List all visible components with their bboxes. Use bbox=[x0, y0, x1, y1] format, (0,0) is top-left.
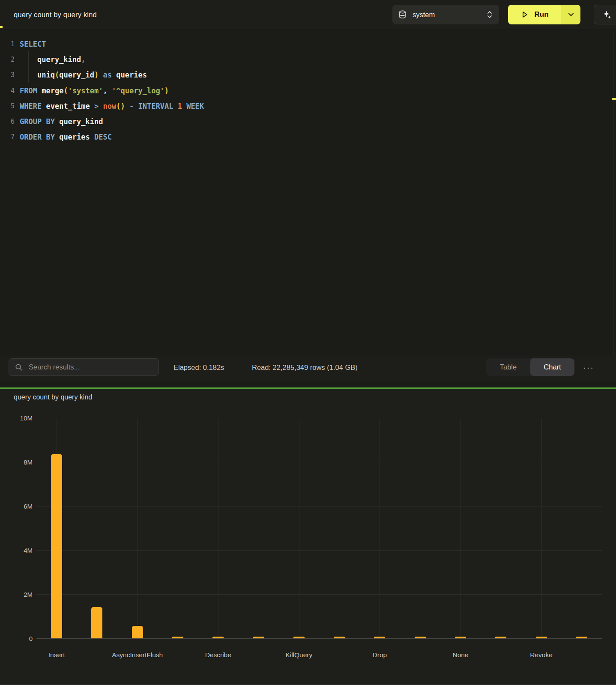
y-gridline bbox=[36, 638, 602, 639]
indent-guide bbox=[28, 51, 29, 83]
y-axis-tick-label: 6M bbox=[7, 503, 33, 510]
ai-assistant-button[interactable] bbox=[594, 5, 616, 24]
code-text: query_kind, bbox=[20, 55, 86, 64]
code-line[interactable]: 7ORDER BY queries DESC bbox=[0, 129, 616, 145]
code-line[interactable]: 6GROUP BY query_kind bbox=[0, 114, 616, 129]
code-text: GROUP BY query_kind bbox=[20, 117, 103, 126]
read-stat: Read: 22,285,349 rows (1.04 GB) bbox=[252, 357, 358, 378]
code-text: SELECT bbox=[20, 40, 46, 48]
line-number: 3 bbox=[0, 71, 20, 79]
bar-unlabeled[interactable] bbox=[415, 637, 426, 638]
y-axis-tick-label: 2M bbox=[7, 591, 33, 598]
line-number: 2 bbox=[0, 56, 20, 63]
bar-Describe[interactable] bbox=[212, 637, 224, 638]
y-axis-tick-label: 0 bbox=[7, 635, 33, 642]
bar-Revoke[interactable] bbox=[536, 637, 547, 638]
bar-unlabeled[interactable] bbox=[334, 637, 345, 638]
x-gridline bbox=[380, 418, 380, 638]
bar-AsyncInsertFlush[interactable] bbox=[132, 626, 143, 638]
bar-unlabeled[interactable] bbox=[576, 637, 587, 638]
view-toggle: Table Chart bbox=[486, 358, 574, 376]
x-gridline bbox=[218, 418, 218, 638]
play-icon bbox=[520, 10, 529, 19]
line-number: 7 bbox=[0, 133, 20, 141]
y-gridline bbox=[36, 506, 602, 506]
bar-unlabeled[interactable] bbox=[172, 637, 183, 638]
editor-tab-marker bbox=[0, 26, 3, 28]
code-text: WHERE event_time > now() - INTERVAL 1 WE… bbox=[20, 102, 204, 110]
chevron-updown-icon bbox=[486, 10, 493, 19]
bar-None[interactable] bbox=[455, 637, 466, 638]
x-gridline bbox=[138, 418, 138, 638]
results-toolbar: Elapsed: 0.182s Read: 22,285,349 rows (1… bbox=[0, 357, 616, 381]
more-options-button[interactable]: ··· bbox=[579, 357, 598, 378]
x-axis-label: None bbox=[452, 651, 468, 659]
x-gridline bbox=[541, 418, 542, 638]
query-title: query count by query kind bbox=[14, 0, 97, 29]
bar-KillQuery[interactable] bbox=[293, 637, 305, 638]
sparkle-icon bbox=[602, 10, 612, 19]
sql-console-window: query count by query kind system bbox=[0, 0, 616, 685]
x-gridline bbox=[461, 418, 461, 638]
editor-scrollbar-track[interactable] bbox=[613, 31, 613, 356]
run-options-button[interactable] bbox=[561, 5, 580, 24]
x-axis-label: AsyncInsertFlush bbox=[112, 651, 163, 659]
y-axis-tick-label: 4M bbox=[7, 547, 33, 554]
x-axis-label: Revoke bbox=[530, 651, 553, 659]
search-icon bbox=[15, 363, 23, 371]
run-button-label: Run bbox=[534, 10, 548, 19]
code-line[interactable]: 5WHERE event_time > now() - INTERVAL 1 W… bbox=[0, 98, 616, 114]
code-line[interactable]: 4FROM merge('system', '^query_log') bbox=[0, 83, 616, 98]
x-gridline bbox=[299, 418, 299, 638]
y-gridline bbox=[36, 418, 602, 418]
line-number: 4 bbox=[0, 87, 20, 95]
bar-unlabeled[interactable] bbox=[253, 637, 264, 638]
chevron-down-icon bbox=[568, 12, 574, 17]
chart-title: query count by query kind bbox=[14, 390, 92, 404]
bar-unlabeled[interactable] bbox=[495, 637, 506, 638]
chart-view-tab[interactable]: Chart bbox=[530, 358, 574, 376]
x-axis-label: Insert bbox=[48, 651, 65, 659]
code-text: uniq(query_id) as queries bbox=[20, 71, 147, 79]
code-line[interactable]: 1SELECT bbox=[0, 36, 616, 52]
line-number: 1 bbox=[0, 40, 20, 48]
x-axis-label: Drop bbox=[373, 651, 387, 659]
code-line[interactable]: 2 query_kind, bbox=[0, 52, 616, 67]
scrollbar-annotation-marker bbox=[612, 98, 616, 100]
y-gridline bbox=[36, 462, 602, 462]
y-gridline bbox=[36, 594, 602, 595]
code-text: ORDER BY queries DESC bbox=[20, 133, 112, 141]
line-number: 5 bbox=[0, 102, 20, 110]
sql-editor[interactable]: 1SELECT2 query_kind,3 uniq(query_id) as … bbox=[0, 30, 616, 357]
y-axis-tick-label: 8M bbox=[7, 459, 33, 466]
header-bar: query count by query kind system bbox=[0, 0, 616, 29]
elapsed-stat: Elapsed: 0.182s bbox=[173, 357, 224, 378]
run-split-button: Run bbox=[508, 5, 580, 24]
run-button[interactable]: Run bbox=[508, 5, 561, 24]
y-gridline bbox=[36, 550, 602, 551]
code-text: FROM merge('system', '^query_log') bbox=[20, 86, 169, 95]
bar-Insert[interactable] bbox=[51, 454, 62, 638]
table-view-tab[interactable]: Table bbox=[486, 358, 530, 376]
chart-panel: query count by query kind 10M8M6M4M2M0In… bbox=[0, 389, 616, 685]
code-line[interactable]: 3 uniq(query_id) as queries bbox=[0, 67, 616, 83]
database-selector-value: system bbox=[413, 11, 486, 19]
database-icon bbox=[398, 10, 407, 19]
search-box[interactable] bbox=[9, 358, 159, 376]
search-results-input[interactable] bbox=[28, 363, 153, 372]
bar-Drop[interactable] bbox=[374, 637, 385, 638]
line-number: 6 bbox=[0, 118, 20, 125]
x-axis-label: Describe bbox=[205, 651, 231, 659]
bar-unlabeled[interactable] bbox=[91, 607, 102, 638]
y-axis-tick-label: 10M bbox=[7, 414, 33, 422]
database-selector[interactable]: system bbox=[392, 5, 499, 24]
x-axis-label: KillQuery bbox=[285, 651, 312, 659]
